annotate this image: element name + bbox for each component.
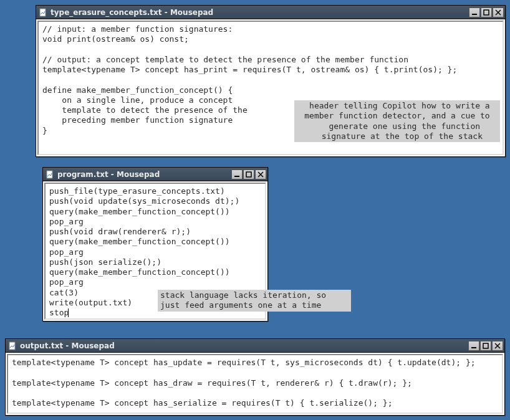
- svg-rect-2: [484, 10, 489, 15]
- window-controls: [468, 341, 503, 351]
- titlebar[interactable]: program.txt - Mousepad: [43, 168, 267, 181]
- app-icon: [46, 170, 54, 179]
- minimize-button[interactable]: [231, 169, 243, 179]
- maximize-button[interactable]: [480, 341, 491, 351]
- editor-body[interactable]: template<typename T> concept has_update …: [7, 354, 503, 414]
- close-button[interactable]: [492, 341, 503, 351]
- window-title: type_erasure_concepts.txt - Mousepad: [51, 8, 468, 17]
- svg-rect-1: [472, 14, 477, 15]
- app-icon: [39, 8, 47, 17]
- titlebar[interactable]: type_erasure_concepts.txt - Mousepad: [36, 6, 505, 19]
- svg-rect-4: [234, 176, 239, 177]
- close-button[interactable]: [255, 169, 266, 179]
- annotation-program: stack language lacks iteration, so just …: [158, 290, 351, 312]
- editor-body[interactable]: // input: a member function signatures: …: [37, 21, 504, 155]
- window-controls: [468, 7, 504, 17]
- text-cursor: [68, 308, 69, 317]
- maximize-button[interactable]: [243, 169, 254, 179]
- minimize-button[interactable]: [469, 7, 480, 17]
- svg-rect-7: [471, 347, 476, 348]
- svg-rect-5: [246, 172, 251, 177]
- minimize-button[interactable]: [468, 341, 479, 351]
- window-program: program.txt - Mousepad push_file(type_er…: [42, 167, 268, 322]
- window-title: output.txt - Mousepad: [20, 341, 468, 350]
- editor-text[interactable]: template<typename T> concept has_update …: [12, 358, 498, 408]
- titlebar[interactable]: output.txt - Mousepad: [6, 339, 504, 353]
- window-controls: [231, 169, 266, 179]
- app-icon: [8, 341, 17, 350]
- window-title: program.txt - Mousepad: [57, 170, 231, 179]
- editor-body[interactable]: push_file(type_erasure_concepts.txt) pus…: [44, 183, 266, 320]
- window-type-erasure-concepts: type_erasure_concepts.txt - Mousepad // …: [36, 5, 506, 157]
- annotation-concepts: header telling Copilot how to write a me…: [294, 100, 500, 142]
- svg-rect-8: [483, 343, 488, 348]
- window-output: output.txt - Mousepad template<typename …: [5, 338, 505, 416]
- maximize-button[interactable]: [481, 7, 492, 17]
- close-button[interactable]: [493, 7, 504, 17]
